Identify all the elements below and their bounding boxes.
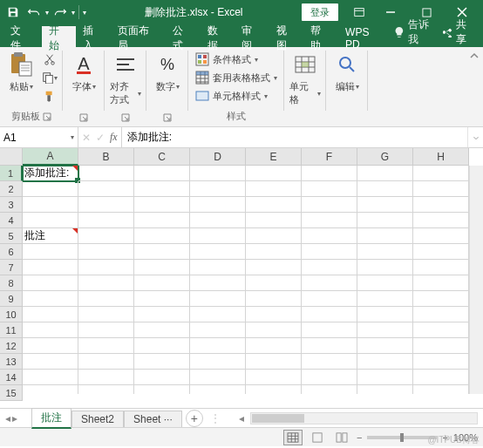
- cell[interactable]: [23, 322, 78, 338]
- share-button[interactable]: 共享: [443, 17, 476, 47]
- cell[interactable]: [413, 275, 469, 291]
- cell[interactable]: [357, 338, 413, 354]
- page-break-view-button[interactable]: [332, 430, 351, 445]
- undo-icon[interactable]: [24, 3, 44, 22]
- cell[interactable]: [134, 354, 190, 370]
- cell[interactable]: [246, 338, 302, 354]
- dialog-launcher-icon[interactable]: [162, 112, 173, 123]
- cell[interactable]: [23, 275, 78, 291]
- cell[interactable]: [78, 260, 134, 275]
- cell[interactable]: [246, 322, 302, 338]
- cell[interactable]: [134, 228, 190, 244]
- cell[interactable]: [413, 244, 469, 260]
- tell-me[interactable]: 告诉我: [393, 17, 439, 47]
- tab-wps[interactable]: WPS PD: [338, 26, 393, 47]
- cell[interactable]: [190, 228, 246, 244]
- cancel-formula-icon[interactable]: ✕: [82, 132, 91, 144]
- cell[interactable]: [302, 275, 357, 291]
- cell[interactable]: [302, 260, 357, 275]
- format-painter-button[interactable]: [40, 87, 59, 105]
- cell[interactable]: [134, 166, 190, 181]
- cell[interactable]: [190, 244, 246, 260]
- cell[interactable]: [246, 354, 302, 370]
- cell[interactable]: [190, 322, 246, 338]
- login-button[interactable]: 登录: [302, 3, 338, 21]
- cell[interactable]: [413, 370, 469, 385]
- dialog-launcher-icon[interactable]: [42, 112, 52, 122]
- cell[interactable]: [246, 291, 302, 307]
- tab-review[interactable]: 审阅: [235, 26, 269, 47]
- cell[interactable]: [413, 228, 469, 244]
- cell[interactable]: [357, 370, 413, 385]
- tab-layout[interactable]: 页面布局: [111, 26, 166, 47]
- cell[interactable]: [134, 322, 190, 338]
- col-header[interactable]: C: [134, 148, 190, 166]
- cell[interactable]: [78, 181, 134, 197]
- cell[interactable]: [246, 385, 302, 394]
- row-header[interactable]: 4: [0, 213, 23, 228]
- cell[interactable]: [134, 244, 190, 260]
- cell[interactable]: [190, 181, 246, 197]
- cell[interactable]: [78, 385, 134, 394]
- cell[interactable]: [246, 228, 302, 244]
- cell[interactable]: [357, 354, 413, 370]
- scroll-thumb[interactable]: [252, 414, 304, 423]
- tab-file[interactable]: 文件: [0, 26, 42, 47]
- row-header[interactable]: 8: [0, 275, 23, 291]
- cell[interactable]: [246, 275, 302, 291]
- col-header[interactable]: B: [78, 148, 134, 166]
- table-format-button[interactable]: 套用表格格式▾: [194, 69, 279, 86]
- sheet-nav-next-icon[interactable]: ▸: [12, 412, 17, 424]
- cell[interactable]: [190, 385, 246, 394]
- row-header[interactable]: 3: [0, 197, 23, 213]
- cut-button[interactable]: [40, 51, 59, 68]
- redo-icon[interactable]: [51, 3, 70, 22]
- cell[interactable]: [246, 244, 302, 260]
- cell-grid[interactable]: 添加批注: 批注: [23, 166, 469, 394]
- cell[interactable]: [302, 197, 357, 213]
- tab-formula[interactable]: 公式: [166, 26, 201, 47]
- row-header[interactable]: 13: [0, 354, 23, 370]
- number-button[interactable]: % 数字▾: [150, 49, 185, 95]
- sheet-tab[interactable]: Sheet2: [71, 411, 124, 427]
- sheet-tab[interactable]: 批注: [31, 408, 71, 429]
- cell[interactable]: [190, 370, 246, 385]
- collapse-ribbon-icon[interactable]: [466, 47, 483, 126]
- cell[interactable]: [413, 166, 469, 181]
- cell[interactable]: [23, 307, 78, 322]
- conditional-format-button[interactable]: 条件格式▾: [194, 51, 279, 68]
- cell[interactable]: [134, 338, 190, 354]
- cell[interactable]: [302, 322, 357, 338]
- cell[interactable]: [413, 260, 469, 275]
- cell[interactable]: [23, 197, 78, 213]
- undo-dropdown-icon[interactable]: ▾: [45, 9, 49, 17]
- cell[interactable]: [78, 322, 134, 338]
- cell[interactable]: [413, 338, 469, 354]
- cell[interactable]: [134, 307, 190, 322]
- page-layout-view-button[interactable]: [308, 430, 327, 445]
- paste-button[interactable]: 粘贴▾: [3, 49, 38, 106]
- vertical-scrollbar[interactable]: [469, 166, 483, 394]
- normal-view-button[interactable]: [283, 430, 303, 445]
- cell[interactable]: [302, 291, 357, 307]
- formula-bar[interactable]: [122, 127, 467, 147]
- cell[interactable]: [357, 260, 413, 275]
- redo-dropdown-icon[interactable]: ▾: [71, 9, 75, 17]
- cell[interactable]: [78, 370, 134, 385]
- cell[interactable]: [78, 228, 134, 244]
- col-header[interactable]: G: [357, 148, 413, 166]
- cell[interactable]: [78, 275, 134, 291]
- cell[interactable]: [357, 385, 413, 394]
- tab-insert[interactable]: 插入: [76, 26, 111, 47]
- sheet-tab[interactable]: Sheet ···: [124, 411, 182, 427]
- confirm-formula-icon[interactable]: ✓: [96, 132, 105, 144]
- cell[interactable]: [357, 197, 413, 213]
- scroll-left-icon[interactable]: ◂: [239, 412, 244, 424]
- dialog-launcher-icon[interactable]: [120, 112, 131, 123]
- cell[interactable]: [302, 370, 357, 385]
- cell[interactable]: [23, 338, 78, 354]
- cell[interactable]: [302, 385, 357, 394]
- cell[interactable]: [357, 307, 413, 322]
- cell[interactable]: [190, 166, 246, 181]
- cell[interactable]: [23, 244, 78, 260]
